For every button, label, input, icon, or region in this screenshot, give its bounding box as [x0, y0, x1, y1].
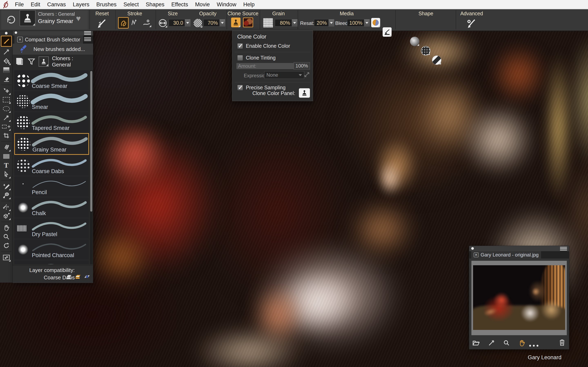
new-brushes-banner[interactable]: New brushes added... [13, 44, 93, 55]
toolbox-drag-dot[interactable] [5, 32, 8, 34]
source-panel-titlebar[interactable] [469, 246, 569, 251]
brush-panel-titlebar[interactable] [13, 30, 93, 36]
amount-slider[interactable]: Amount: [236, 63, 296, 69]
shape-eraser-icon[interactable] [432, 55, 441, 65]
selection-adjuster-tool[interactable] [2, 123, 11, 131]
brush-library-icon[interactable] [15, 57, 24, 66]
cloner-tool[interactable] [2, 182, 11, 190]
favorite-heart-icon[interactable] [76, 14, 81, 23]
magic-wand-tool[interactable] [2, 114, 11, 122]
brush-item-coarse-dabs[interactable]: Coarse Dabs [14, 155, 89, 176]
rect-shape-tool[interactable] [2, 152, 11, 160]
clone-source-stamp-button[interactable] [231, 17, 241, 27]
text-tool[interactable] [2, 161, 11, 169]
grain-value[interactable]: 80% [275, 19, 297, 26]
close-tab-icon[interactable] [474, 252, 479, 257]
menu-brushes[interactable]: Brushes [93, 1, 120, 8]
clone-source-image-button[interactable] [243, 17, 253, 27]
menu-layers[interactable]: Layers [69, 1, 93, 8]
clone-color-panel-button[interactable] [299, 88, 310, 98]
category-stamp-icon[interactable] [39, 57, 49, 67]
media-blend-icon[interactable] [371, 18, 380, 27]
brush-item-pointed-charcoal[interactable]: Pointed Charcoal [14, 239, 89, 260]
tab-menu-icon[interactable] [84, 38, 91, 41]
panel-menu-icon[interactable] [560, 247, 567, 250]
stroke-straight-button[interactable] [129, 17, 138, 27]
mirror-painting-tool[interactable] [2, 203, 11, 211]
advanced-brush-settings-button[interactable] [466, 18, 476, 29]
filter-funnel-icon[interactable] [27, 57, 35, 66]
restore-default-icon[interactable] [6, 15, 16, 25]
grain-thumbnail[interactable] [263, 18, 273, 28]
gradient-tool[interactable] [2, 66, 11, 74]
scrollbar-thumb[interactable] [90, 71, 92, 212]
shape-selection-tool[interactable] [2, 170, 11, 178]
brush-item-coarse-smear[interactable]: Coarse Smear [14, 70, 89, 91]
eraser-tool[interactable] [2, 75, 11, 83]
brush-item-chalk[interactable]: Chalk [14, 197, 89, 218]
rubber-stamp-tool[interactable] [2, 191, 11, 199]
perspective-guides-tool[interactable] [2, 212, 11, 220]
bleed-value[interactable]: 100% [347, 19, 370, 26]
brush-list-scrollbar[interactable] [90, 70, 93, 264]
navigator-tool[interactable] [2, 253, 11, 262]
media-brush-loading-icon[interactable] [383, 27, 392, 37]
rect-selection-tool[interactable] [2, 96, 11, 104]
bleed-dropdown-arrow[interactable] [364, 19, 370, 26]
menu-effects[interactable]: Effects [168, 1, 191, 8]
tab-compact-brush-selector[interactable]: Compact Brush Selector [14, 35, 83, 44]
more-options-dots-icon[interactable] [529, 345, 538, 347]
resat-value[interactable]: 20% [314, 19, 334, 26]
stroke-options-button[interactable] [142, 19, 151, 27]
stroke-freehand-button[interactable] [118, 17, 129, 29]
panel-drag-dot[interactable] [471, 247, 474, 250]
clone-tinting-checkbox[interactable] [237, 55, 243, 61]
expression-dropdown[interactable]: None [264, 71, 304, 79]
enable-clone-color-checkbox[interactable] [237, 43, 243, 49]
size-value[interactable]: 30.0 [169, 19, 190, 26]
shape-dab-icon[interactable] [410, 37, 419, 46]
size-dropdown-arrow[interactable] [185, 19, 190, 26]
reset-brush-button[interactable] [96, 18, 107, 29]
menu-file[interactable]: File [11, 1, 27, 8]
enable-clone-color-row[interactable]: Enable Clone Color [237, 43, 290, 49]
brush-item-grainy-smear[interactable]: Grainy Smear [14, 133, 89, 155]
panel-drag-dot[interactable] [15, 31, 17, 34]
menu-help[interactable]: Help [240, 1, 258, 8]
brush-item-partial[interactable] [14, 260, 89, 264]
resat-dropdown-arrow[interactable] [329, 19, 334, 26]
clone-tinting-row[interactable]: Clone Tinting [237, 55, 276, 61]
magnifier-tool[interactable] [2, 233, 11, 241]
lasso-tool[interactable] [2, 105, 11, 113]
menu-window[interactable]: Window [213, 1, 240, 8]
zoom-source-icon[interactable] [503, 340, 510, 346]
menu-edit[interactable]: Edit [27, 1, 44, 8]
brush-tool[interactable] [1, 36, 12, 47]
menu-shapes[interactable]: Shapes [142, 1, 168, 8]
brush-item-smear[interactable]: Smear [14, 91, 89, 111]
pan-hand-icon[interactable] [518, 339, 526, 347]
pen-tool[interactable] [2, 143, 11, 151]
brush-item-dry-pastel[interactable]: Dry Pastel [14, 218, 89, 239]
menu-select[interactable]: Select [120, 1, 142, 8]
opacity-dropdown-arrow[interactable] [220, 19, 225, 26]
crop-tool[interactable] [2, 132, 11, 140]
tab-source-image[interactable]: Gary Leonard - original.jpg [471, 251, 541, 259]
brush-item-pencil[interactable]: Pencil [14, 176, 89, 197]
layer-adjuster-tool[interactable] [2, 87, 11, 95]
paint-bucket-tool[interactable] [2, 57, 11, 65]
sample-dropper-icon[interactable] [488, 340, 495, 346]
rotate-page-tool[interactable] [2, 242, 11, 250]
close-tab-icon[interactable] [17, 37, 23, 42]
grabber-hand-tool[interactable] [2, 224, 11, 232]
menu-canvas[interactable]: Canvas [44, 1, 69, 8]
size-icon[interactable] [158, 18, 167, 28]
shape-grain-icon[interactable] [421, 46, 430, 55]
precise-sampling-checkbox[interactable] [237, 85, 243, 91]
menu-movie[interactable]: Movie [191, 1, 213, 8]
brush-item-tapered-smear[interactable]: Tapered Smear [14, 112, 89, 133]
amount-value[interactable]: 100% [294, 62, 310, 69]
painter-logo-icon[interactable] [2, 1, 9, 8]
precise-sampling-row[interactable]: Precise Sampling [237, 85, 286, 91]
dropper-tool[interactable] [2, 48, 11, 56]
